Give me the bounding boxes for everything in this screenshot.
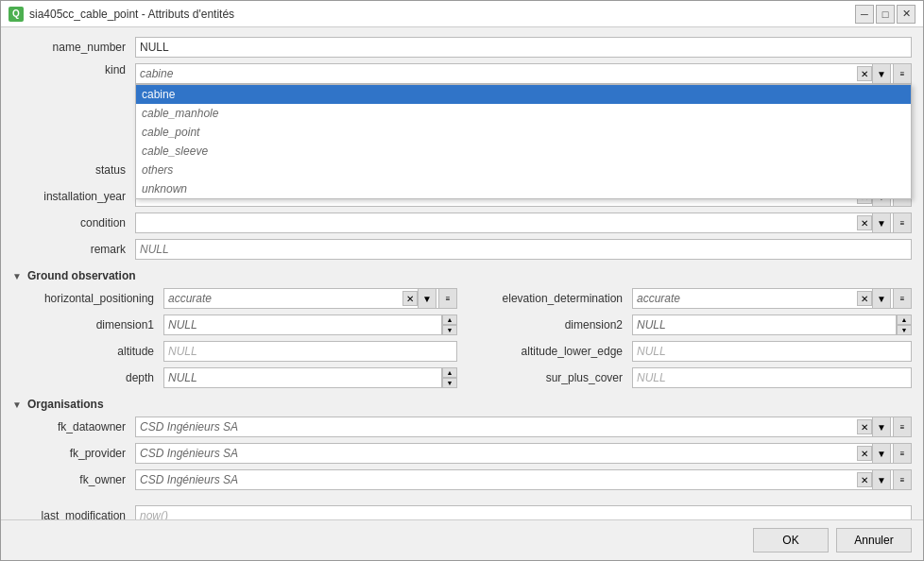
remark-input[interactable] [135, 239, 912, 260]
orgs-section-arrow-icon[interactable]: ▼ [12, 400, 22, 410]
kind-option-cable-point[interactable]: cable_point [136, 123, 911, 142]
dep-input[interactable] [163, 367, 442, 388]
dep-label: depth [12, 371, 163, 384]
last-modification-input[interactable] [135, 505, 912, 519]
organisations-section-header: ▼ Organisations [12, 398, 912, 411]
fk-owner-input[interactable] [135, 469, 912, 490]
d2-up[interactable]: ▲ [897, 314, 912, 325]
dep-spinner: ▲ ▼ [163, 367, 457, 388]
dep-spinners: ▲ ▼ [442, 367, 457, 388]
d1-up[interactable]: ▲ [442, 314, 457, 325]
kind-option-cable-manhole[interactable]: cable_manhole [136, 104, 911, 123]
titlebar-left: Q sia405cc_cable_point - Attributs d'ent… [9, 7, 234, 22]
fk-owner-menu[interactable]: ≡ [893, 469, 912, 490]
fk-dataowner-arrow[interactable]: ▼ [872, 416, 891, 437]
kind-row: kind ✕ ▼ ≡ cabine cable_manhole cable_po… [12, 63, 912, 84]
elevation-determination-col: elevation_determination ✕ ▼ ≡ [467, 288, 912, 309]
condition-row: condition ✕ ▼ ≡ [12, 212, 912, 233]
hp-label: horizontal_positioning [12, 292, 163, 305]
row-dep-spc: depth ▲ ▼ sur_plus_cover [12, 367, 912, 388]
fk-provider-row: fk_provider ✕ ▼ ≡ [12, 443, 912, 464]
hp-clear[interactable]: ✕ [402, 291, 418, 306]
form-content: name_number kind ✕ ▼ ≡ cabine cable_manh… [1, 27, 923, 519]
last-modification-label: last_modification [12, 509, 135, 519]
ale-input[interactable] [632, 341, 912, 362]
window-title: sia405cc_cable_point - Attributs d'entit… [29, 8, 234, 21]
row-hp-ed: horizontal_positioning ✕ ▼ ≡ elevation_d… [12, 288, 912, 309]
kind-option-unknown[interactable]: unknown [136, 179, 911, 198]
sur-plus-cover-col: sur_plus_cover [467, 367, 912, 388]
d2-spinners: ▲ ▼ [897, 314, 912, 335]
cancel-button[interactable]: Annuler [836, 528, 912, 552]
dialog-footer: OK Annuler [1, 519, 923, 560]
spc-input[interactable] [632, 367, 912, 388]
kind-dropdown-list: cabine cable_manhole cable_point cable_s… [135, 84, 912, 199]
d1-down[interactable]: ▼ [442, 325, 457, 335]
ed-arrow[interactable]: ▼ [872, 288, 891, 309]
kind-menu-button[interactable]: ≡ [893, 63, 912, 84]
fk-provider-menu[interactable]: ≡ [893, 443, 912, 464]
fk-owner-arrow[interactable]: ▼ [872, 469, 891, 490]
ed-clear[interactable]: ✕ [857, 291, 872, 306]
d2-input[interactable] [632, 314, 897, 335]
fk-provider-input[interactable] [135, 443, 912, 464]
fk-provider-arrow[interactable]: ▼ [872, 443, 891, 464]
app-icon: Q [9, 7, 24, 22]
ground-section-arrow-icon[interactable]: ▼ [12, 271, 22, 281]
condition-clear-button[interactable]: ✕ [857, 215, 872, 230]
minimize-button[interactable]: ─ [855, 5, 874, 24]
name-number-row: name_number [12, 37, 912, 58]
alt-label: altitude [12, 345, 163, 358]
row-alt-ale: altitude altitude_lower_edge [12, 341, 912, 362]
ale-label: altitude_lower_edge [467, 345, 632, 358]
ok-button[interactable]: OK [753, 528, 829, 552]
kind-arrow-button[interactable]: ▼ [872, 63, 891, 84]
horizontal-positioning-col: horizontal_positioning ✕ ▼ ≡ [12, 288, 457, 309]
orgs-section-title: Organisations [27, 398, 104, 411]
fk-dataowner-clear[interactable]: ✕ [857, 419, 872, 434]
ed-dropdown: ✕ ▼ ≡ [632, 288, 912, 309]
ground-observation-section-header: ▼ Ground observation [12, 269, 912, 282]
fk-dataowner-input[interactable] [135, 416, 912, 437]
hp-menu[interactable]: ≡ [438, 288, 457, 309]
d1-spinner: ▲ ▼ [163, 314, 457, 335]
dep-up[interactable]: ▲ [442, 367, 457, 378]
kind-dropdown-wrapper: ✕ ▼ ≡ cabine cable_manhole cable_point c… [135, 63, 912, 84]
kind-option-cable-sleeve[interactable]: cable_sleeve [136, 142, 911, 161]
remark-label: remark [12, 243, 135, 256]
kind-clear-button[interactable]: ✕ [857, 66, 872, 81]
condition-arrow-button[interactable]: ▼ [872, 212, 891, 233]
dimension1-col: dimension1 ▲ ▼ [12, 314, 457, 335]
kind-option-others[interactable]: others [136, 161, 911, 179]
kind-input[interactable] [135, 63, 912, 84]
condition-label: condition [12, 216, 135, 230]
close-button[interactable]: ✕ [897, 5, 915, 24]
ed-menu[interactable]: ≡ [893, 288, 912, 309]
fk-owner-dropdown: ✕ ▼ ≡ [135, 469, 912, 490]
dimension2-col: dimension2 ▲ ▼ [467, 314, 912, 335]
hp-arrow[interactable]: ▼ [418, 288, 436, 309]
fk-dataowner-dropdown: ✕ ▼ ≡ [135, 416, 912, 437]
status-label: status [12, 163, 135, 177]
dep-down[interactable]: ▼ [442, 378, 457, 388]
fk-provider-clear[interactable]: ✕ [857, 446, 872, 461]
d1-label: dimension1 [12, 318, 163, 332]
name-number-input[interactable] [135, 37, 912, 58]
condition-menu-button[interactable]: ≡ [893, 212, 912, 233]
d1-input[interactable] [163, 314, 442, 335]
last-modification-row: last_modification [12, 505, 912, 519]
spc-label: sur_plus_cover [467, 371, 632, 384]
d2-down[interactable]: ▼ [897, 325, 912, 335]
altitude-col: altitude [12, 341, 457, 362]
fk-owner-clear[interactable]: ✕ [857, 472, 872, 487]
condition-input[interactable] [135, 212, 912, 233]
d1-spinners: ▲ ▼ [442, 314, 457, 335]
fk-dataowner-menu[interactable]: ≡ [893, 416, 912, 437]
altitude-input[interactable] [163, 341, 457, 362]
kind-option-cabine[interactable]: cabine [136, 85, 911, 104]
d2-label: dimension2 [467, 318, 632, 332]
row-d1-d2: dimension1 ▲ ▼ dimension2 ▲ ▼ [12, 314, 912, 335]
fk-owner-row: fk_owner ✕ ▼ ≡ [12, 469, 912, 490]
maximize-button[interactable]: □ [876, 5, 895, 24]
fk-provider-label: fk_provider [12, 447, 135, 460]
